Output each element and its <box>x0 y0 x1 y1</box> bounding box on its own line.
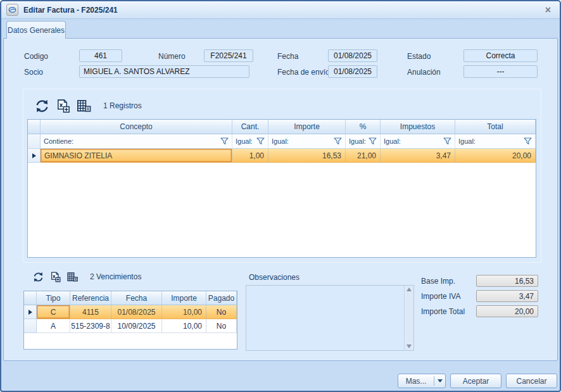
filter-funnel-icon[interactable] <box>334 137 342 145</box>
codigo-label: Codigo <box>24 52 48 61</box>
filter-funnel-icon[interactable] <box>256 137 265 145</box>
cell-concepto[interactable]: GIMNASIO ZITELIA <box>41 149 232 163</box>
importe-total-label: Importe Total <box>421 307 465 316</box>
row-selector-cell[interactable] <box>28 149 41 163</box>
row-selector-cell[interactable] <box>24 305 37 319</box>
base-imp-label: Base Imp. <box>421 277 455 286</box>
tab-label: Datos Generales <box>8 26 65 35</box>
observaciones-scrollbar[interactable] <box>404 286 413 350</box>
current-row-arrow-icon <box>32 153 36 158</box>
datos-generales-panel: Codigo 461 Número F2025/241 Fecha 01/08/… <box>3 38 558 361</box>
col-header-importe[interactable]: Importe <box>268 120 346 134</box>
col-header-cant[interactable]: Cant. <box>232 120 268 134</box>
filter-label: Igual: <box>458 137 476 145</box>
cell-referencia[interactable]: 4115 <box>70 305 111 319</box>
cell-importe[interactable]: 16,53 <box>268 149 346 163</box>
filter-pct[interactable]: Igual: <box>346 134 381 149</box>
row-selector-header <box>24 291 37 305</box>
cell-fecha[interactable]: 10/09/2025 <box>111 319 162 333</box>
refresh-icon[interactable] <box>34 98 50 114</box>
cell-fecha[interactable]: 01/08/2025 <box>111 305 162 319</box>
refresh-icon[interactable] <box>32 271 44 283</box>
vencimientos-toolbar: 2 Vencimientos <box>32 270 141 283</box>
row-selector-header <box>28 120 41 134</box>
anulacion-field[interactable]: --- <box>463 65 538 78</box>
col-header-total[interactable]: Total <box>455 120 536 134</box>
filter-funnel-icon[interactable] <box>443 137 451 145</box>
codigo-field[interactable]: 461 <box>79 49 122 62</box>
fecha-envio-field[interactable]: 01/08/2025 <box>328 65 377 78</box>
mas-button-label: Mas... <box>398 374 434 388</box>
fecha-label: Fecha <box>277 52 298 61</box>
filter-funnel-icon[interactable] <box>220 137 229 145</box>
filter-selector-cell <box>28 134 41 149</box>
filter-importe[interactable]: Igual: <box>268 134 346 149</box>
export-excel-icon[interactable] <box>55 98 71 114</box>
table-grid-icon[interactable] <box>76 98 92 114</box>
current-row-arrow-icon <box>28 310 32 315</box>
cell-importe[interactable]: 10,00 <box>162 305 206 319</box>
scroll-down-icon[interactable] <box>407 345 412 348</box>
observaciones-label: Observaciones <box>249 273 299 282</box>
col-header-tipo[interactable]: Tipo <box>37 291 70 305</box>
estado-label: Estado <box>407 52 431 61</box>
row-selector-cell[interactable] <box>24 319 37 333</box>
tab-datos-generales[interactable]: Datos Generales <box>6 21 66 39</box>
filter-cant[interactable]: Igual: <box>232 134 268 149</box>
col-header-impuestos[interactable]: Impuestos <box>381 120 455 134</box>
cell-cant[interactable]: 1,00 <box>232 149 268 163</box>
importe-iva-label: Importe IVA <box>421 292 460 301</box>
col-header-fecha[interactable]: Fecha <box>111 291 162 305</box>
cell-tipo[interactable]: C <box>37 305 70 319</box>
vencimientos-count: 2 Vencimientos <box>90 272 141 281</box>
vencimientos-grid: Tipo Referencia Fecha Importe Pagado C 4… <box>23 291 237 350</box>
col-header-referencia[interactable]: Referencia <box>70 291 111 305</box>
filter-funnel-icon[interactable] <box>369 137 377 145</box>
filter-impuestos[interactable]: Igual: <box>381 134 455 149</box>
estado-field[interactable]: Correcta <box>463 49 538 62</box>
cell-total[interactable]: 20,00 <box>455 149 536 163</box>
registros-count: 1 Registros <box>103 101 142 110</box>
filter-label: Igual: <box>349 137 366 145</box>
importe-total-field: 20,00 <box>476 305 538 317</box>
cell-tipo[interactable]: A <box>37 319 70 333</box>
table-grid-icon[interactable] <box>66 271 79 283</box>
cancelar-button[interactable]: Cancelar <box>506 374 557 388</box>
filter-label: Contiene: <box>44 137 73 145</box>
filter-total[interactable]: Igual: <box>455 134 536 149</box>
importe-iva-field: 3,47 <box>476 290 538 302</box>
grid-empty-area <box>28 163 536 257</box>
cell-referencia[interactable]: 515-2309-8 <box>70 319 111 333</box>
close-icon[interactable]: × <box>541 5 555 15</box>
chevron-down-icon <box>438 379 443 383</box>
col-header-concepto[interactable]: Concepto <box>41 120 232 134</box>
filter-funnel-icon[interactable] <box>524 137 532 145</box>
aceptar-button[interactable]: Aceptar <box>450 374 501 388</box>
col-header-importe[interactable]: Importe <box>162 291 206 305</box>
col-header-pct[interactable]: % <box>346 120 381 134</box>
numero-label: Número <box>158 52 186 61</box>
numero-field[interactable]: F2025/241 <box>204 49 253 62</box>
socio-field[interactable]: MIGUEL A. SANTOS ALVAREZ <box>79 65 249 78</box>
filter-concepto[interactable]: Contiene: <box>41 134 232 149</box>
registros-toolbar: 1 Registros <box>34 98 142 114</box>
cell-pct[interactable]: 21,00 <box>346 149 381 163</box>
cell-impuestos[interactable]: 3,47 <box>381 149 455 163</box>
scroll-up-icon[interactable] <box>407 288 412 291</box>
mas-button[interactable]: Mas... <box>398 374 446 388</box>
filter-label: Igual: <box>236 137 253 145</box>
fecha-field[interactable]: 01/08/2025 <box>328 49 377 62</box>
observaciones-textarea[interactable] <box>246 285 414 351</box>
filter-label: Igual: <box>272 137 289 145</box>
edit-invoice-dialog: Editar Factura - F2025/241 × Datos Gener… <box>0 0 561 392</box>
col-header-pagado[interactable]: Pagado <box>206 291 237 305</box>
cell-pagado[interactable]: No <box>206 319 237 333</box>
dropdown-arrow-zone[interactable] <box>434 374 445 388</box>
cell-importe[interactable]: 10,00 <box>162 319 206 333</box>
titlebar: Editar Factura - F2025/241 × <box>1 1 560 19</box>
grid-empty-area <box>24 333 237 349</box>
export-excel-icon[interactable] <box>49 271 61 283</box>
window-title: Editar Factura - F2025/241 <box>23 6 118 15</box>
cell-pagado[interactable]: No <box>206 305 237 319</box>
fecha-envio-label: Fecha de envío <box>277 68 330 77</box>
